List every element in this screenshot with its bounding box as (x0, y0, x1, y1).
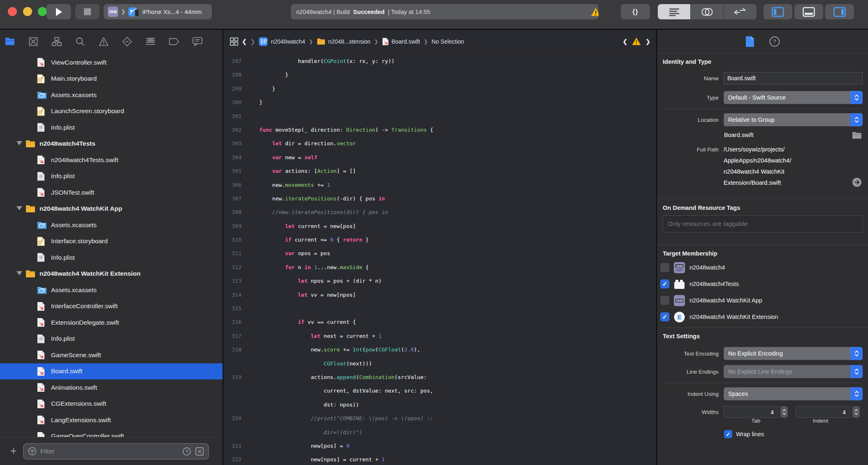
indent-using-dropdown[interactable]: Spaces (724, 387, 863, 400)
name-field[interactable]: Board.swift (724, 72, 863, 84)
wrap-lines-checkbox[interactable]: ✓ (724, 430, 732, 438)
tab-width-stepper[interactable] (780, 406, 788, 418)
previous-issue-button[interactable]: ❮ (623, 38, 628, 45)
code-line[interactable]: 302 func moveStep(_ direction: Direction… (224, 123, 656, 137)
help-inspector-tab[interactable]: ? (769, 36, 780, 47)
code-line[interactable]: 298 } (224, 68, 656, 81)
debug-navigator-tab[interactable] (146, 37, 155, 46)
report-navigator-tab[interactable] (193, 37, 202, 46)
file-row-assets-xcassets[interactable]: Assets.xcassets (0, 87, 223, 103)
location-dropdown[interactable]: Relative to Group (724, 113, 863, 126)
code-line[interactable]: 300 } (224, 95, 656, 109)
file-row-main-storyboard[interactable]: Main.storyboard (0, 71, 223, 87)
code-line[interactable]: 301 (224, 109, 656, 123)
code-line[interactable]: 316 if vv == current { (224, 315, 656, 329)
file-row-langextensions-swift[interactable]: LangExtensions.swift (0, 412, 223, 428)
disclosure-triangle-icon[interactable] (16, 141, 26, 146)
stop-button[interactable] (75, 4, 100, 19)
code-line[interactable]: 309 let current = new[pos] (224, 219, 656, 233)
run-button[interactable] (46, 4, 71, 19)
minimize-window-button[interactable] (23, 7, 32, 16)
code-line[interactable]: CGFloat(next))) (224, 357, 656, 370)
file-row-n2048watch4-watchkit-app[interactable]: n2048watch4 WatchKit App (0, 201, 223, 217)
file-row-info-plist[interactable]: PLISTInfo.plist (0, 331, 223, 347)
code-line[interactable]: 308 //new.iteratePositions(dir) { pos in (224, 205, 656, 219)
code-line[interactable]: 304 var new = self (224, 151, 656, 164)
type-dropdown[interactable]: Default - Swift Source (724, 91, 863, 104)
target-checkbox[interactable]: ✓ (660, 312, 669, 321)
source-control-navigator-tab[interactable] (28, 37, 38, 46)
file-row-launchscreen-storyboard[interactable]: LaunchScreen.storyboard (0, 103, 223, 120)
file-row-info-plist[interactable]: PLISTInfo.plist (0, 249, 223, 266)
scheme-selector[interactable]: 2048 ❯ iPhone Xs...4 - 44mm (104, 4, 212, 19)
file-row-extensiondelegate-swift[interactable]: ExtensionDelegate.swift (0, 314, 223, 331)
file-row-n2048watch4tests-swift[interactable]: n2048watch4Tests.swift (0, 152, 223, 168)
indent-width-stepper[interactable] (852, 406, 860, 418)
file-row-interface-storyboard[interactable]: Interface.storyboard (0, 233, 223, 250)
disclosure-triangle-icon[interactable] (16, 206, 26, 211)
file-row-info-plist[interactable]: PLISTInfo.plist (0, 168, 223, 185)
file-row-assets-xcassets[interactable]: Assets.xcassets (0, 217, 223, 233)
code-review-button[interactable]: {} (621, 4, 650, 19)
next-issue-button[interactable]: ❯ (645, 38, 650, 45)
disclosure-triangle-icon[interactable] (16, 271, 26, 276)
code-line[interactable]: 322 new[npos] = current + 1 (224, 453, 656, 465)
code-line[interactable]: 321 new[pos] = 0 (224, 439, 656, 453)
code-line[interactable]: 305 var actions: [Action] = [] (224, 164, 656, 178)
standard-editor-button[interactable] (658, 4, 691, 19)
file-row-assets-xcassets[interactable]: Assets.xcassets (0, 282, 223, 298)
issue-navigator-tab[interactable] (99, 37, 109, 46)
file-row-animations-swift[interactable]: Animations.swift (0, 379, 223, 396)
go-back-button[interactable]: ❮ (242, 38, 247, 45)
indent-width-field[interactable]: 4 (796, 406, 850, 418)
code-line[interactable]: 307 new.iteratePositions(-dir) { pos in (224, 192, 656, 205)
breakpoint-navigator-tab[interactable] (169, 37, 179, 46)
file-row-n2048watch4-watchkit-extension[interactable]: n2048watch4 WatchKit Extension (0, 266, 223, 282)
code-line[interactable]: 318 new.score += Int(pow(CGFloat(2.0), (224, 343, 656, 356)
resource-tags-field[interactable]: Only resources are taggable (663, 215, 863, 232)
symbol-navigator-tab[interactable] (52, 37, 62, 46)
file-row-interfacecontroller-swift[interactable]: InterfaceController.swift (0, 298, 223, 315)
recent-files-icon[interactable] (182, 447, 191, 456)
assistant-editor-button[interactable] (691, 4, 724, 19)
text-encoding-dropdown[interactable]: No Explicit Encoding (724, 347, 863, 360)
test-navigator-tab[interactable] (122, 37, 132, 46)
code-line[interactable]: 315 (224, 302, 656, 315)
code-line[interactable]: 312 for n in 1...new.maxSide { (224, 260, 656, 274)
toggle-inspector-button[interactable] (825, 4, 854, 19)
find-navigator-tab[interactable] (75, 37, 85, 46)
issue-warning-icon[interactable] (632, 37, 641, 45)
target-checkbox[interactable] (660, 263, 669, 272)
code-line[interactable]: dst: npos)) (224, 398, 656, 412)
code-line[interactable]: 311 var opos = pos (224, 246, 656, 260)
breadcrumb-item[interactable]: n2048watch4 (259, 37, 305, 46)
code-line[interactable]: 314 let vv = new[npos] (224, 288, 656, 302)
code-line[interactable]: 299 } (224, 82, 656, 95)
code-line[interactable]: current, dstValue: next, src: pos, (224, 384, 656, 398)
code-line[interactable]: 310 if current <= 0 { return } (224, 233, 656, 246)
toggle-navigator-button[interactable] (764, 4, 792, 19)
code-line[interactable]: 297 handler(CGPoint(x: rx, y: ry)) (224, 54, 656, 68)
file-row-jsontest-swift[interactable]: JSONTest.swift (0, 184, 223, 201)
code-line[interactable]: 319 actions.append(Combination(srcValue: (224, 370, 656, 384)
close-window-button[interactable] (8, 7, 17, 16)
file-row-board-swift[interactable]: Board.swift (0, 363, 223, 380)
version-editor-button[interactable] (724, 4, 757, 19)
file-row-n2048watch4tests[interactable]: n2048watch4Tests (0, 136, 223, 152)
related-items-icon[interactable] (230, 37, 238, 46)
file-inspector-tab[interactable] (745, 36, 754, 47)
file-row-info-plist[interactable]: PLISTInfo.plist (0, 119, 223, 136)
target-checkbox[interactable] (660, 296, 669, 305)
file-row-gamescene-swift[interactable]: GameScene.swift (0, 347, 223, 363)
breadcrumb-item[interactable]: Board.swift (382, 37, 420, 46)
breadcrumb-item[interactable]: n2048...xtension (317, 38, 371, 45)
go-forward-button[interactable]: ❯ (251, 38, 255, 45)
open-path-arrow-icon[interactable] (852, 177, 862, 187)
project-navigator-tab[interactable] (5, 37, 15, 46)
source-code-editor[interactable]: 297 handler(CGPoint(x: rx, y: ry))298 }2… (224, 53, 656, 465)
line-endings-dropdown[interactable]: No Explicit Line Endings (724, 365, 863, 378)
add-item-button[interactable]: + (7, 445, 20, 458)
file-row-viewcontroller-swift[interactable]: ViewController.swift (0, 54, 223, 71)
tab-width-field[interactable]: 4 (724, 406, 778, 418)
filter-input[interactable]: Filter (23, 443, 209, 460)
